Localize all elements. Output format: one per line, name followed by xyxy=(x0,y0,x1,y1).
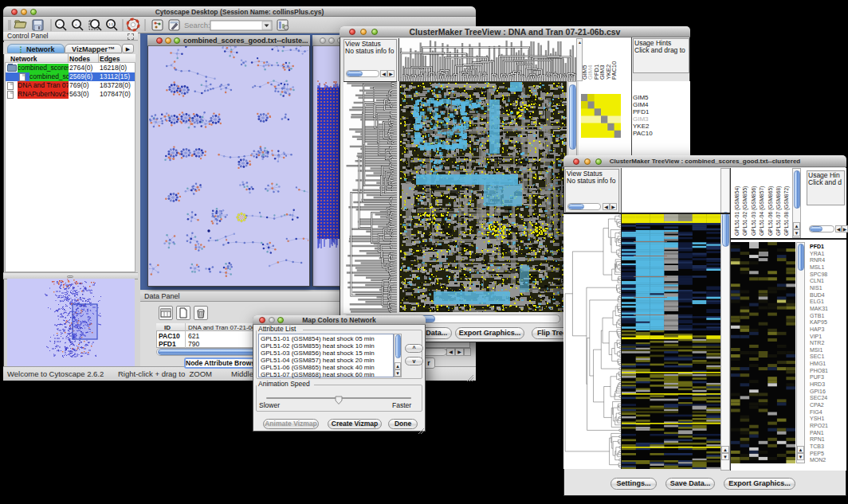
svg-text:SPC98: SPC98 xyxy=(810,272,827,277)
svg-text:ELG1: ELG1 xyxy=(810,299,824,304)
svg-text:PEP5: PEP5 xyxy=(810,451,824,456)
svg-text:RPN1: RPN1 xyxy=(810,436,825,442)
svg-text:TCB3: TCB3 xyxy=(810,443,824,449)
svg-text:HMG1: HMG1 xyxy=(810,361,826,366)
svg-text:BUD4: BUD4 xyxy=(810,292,825,298)
svg-text:GPL51-08 (GSM872): GPL51-08 (GSM872) xyxy=(783,186,790,236)
svg-text:PUF3: PUF3 xyxy=(810,374,824,380)
svg-text:MSI1: MSI1 xyxy=(810,347,822,353)
svg-text:MAK31: MAK31 xyxy=(810,306,828,311)
svg-text:Search:: Search: xyxy=(184,21,210,29)
svg-text:KAP95: KAP95 xyxy=(810,319,827,325)
svg-text:GPL51-03 (GSM856): GPL51-03 (GSM856) xyxy=(751,186,757,236)
svg-text:SEC24: SEC24 xyxy=(810,395,827,400)
svg-text:YRA1: YRA1 xyxy=(810,251,824,256)
svg-text:HAP3: HAP3 xyxy=(810,326,824,332)
svg-text:SEC1: SEC1 xyxy=(810,354,824,359)
svg-text:CPA2: CPA2 xyxy=(810,402,824,408)
svg-text:PFD1: PFD1 xyxy=(810,244,824,249)
svg-text:NIS1: NIS1 xyxy=(810,285,822,291)
svg-text:MSL1: MSL1 xyxy=(810,264,824,270)
svg-text:PAN1: PAN1 xyxy=(810,430,824,436)
svg-text:GPL51-06 (GSM865): GPL51-06 (GSM865) xyxy=(768,186,774,236)
svg-text:YSH1: YSH1 xyxy=(810,416,824,421)
svg-text:PAC10: PAC10 xyxy=(610,61,618,80)
svg-text:MON2: MON2 xyxy=(810,457,826,463)
svg-text:GPI16: GPI16 xyxy=(810,389,826,394)
svg-text:FIG4: FIG4 xyxy=(810,409,822,415)
svg-text:VIP1: VIP1 xyxy=(810,334,822,339)
svg-text:+: + xyxy=(75,22,77,26)
svg-text:CLN1: CLN1 xyxy=(810,278,824,283)
svg-text:GPL51-02 (GSM855): GPL51-02 (GSM855) xyxy=(742,186,748,236)
svg-text:GPL51-01 (GSM854): GPL51-01 (GSM854) xyxy=(734,186,740,236)
svg-text:NTR2: NTR2 xyxy=(810,340,824,346)
svg-text:GTB1: GTB1 xyxy=(810,313,824,318)
svg-text:PHO81: PHO81 xyxy=(810,368,828,373)
svg-text:GPL51-07 (GSM868): GPL51-07 (GSM868) xyxy=(775,186,782,236)
svg-text:GPL51-04 (GSM857): GPL51-04 (GSM857) xyxy=(759,186,765,236)
svg-text:HRD3: HRD3 xyxy=(810,381,825,387)
svg-text:1:1: 1:1 xyxy=(108,22,114,26)
svg-text:RPO21: RPO21 xyxy=(810,423,828,428)
svg-text:RNR4: RNR4 xyxy=(810,257,825,263)
svg-text:−: − xyxy=(58,22,61,26)
